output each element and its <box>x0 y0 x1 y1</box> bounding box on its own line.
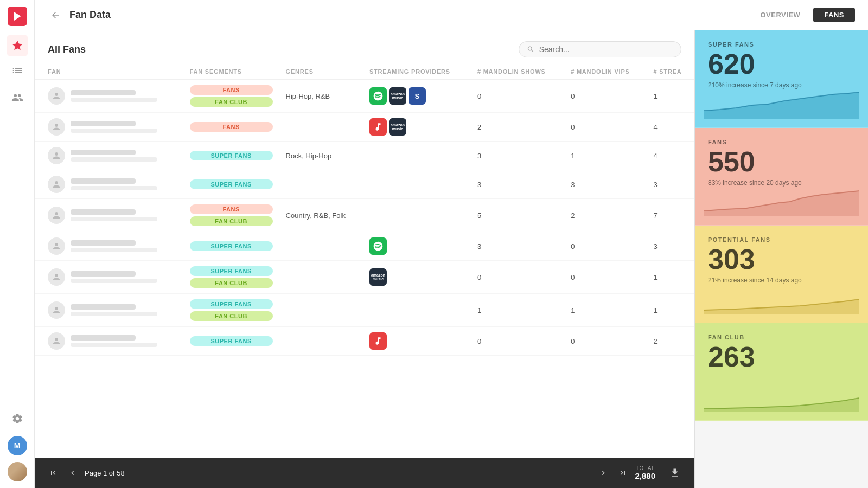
fan-streaming <box>363 170 471 199</box>
fan-genres <box>279 261 363 294</box>
tab-fans[interactable]: FANS <box>813 8 855 22</box>
page-next-button[interactable] <box>596 465 611 480</box>
tab-overview[interactable]: OVERVIEW <box>749 8 811 22</box>
fan-badge: FAN CLUB <box>190 97 273 107</box>
header-tabs: OVERVIEW FANS <box>749 8 855 22</box>
sidebar-item-users[interactable] <box>7 87 28 108</box>
fan-cell <box>35 199 183 232</box>
fan-streaming <box>363 142 471 170</box>
table-row[interactable]: SUPER FANS333 <box>35 170 694 199</box>
fan-streaming: amazonmusicS <box>363 80 471 113</box>
search-box[interactable] <box>519 41 681 57</box>
page-title: Fan Data <box>69 9 743 21</box>
fan-email <box>71 129 157 133</box>
fan-name <box>71 121 136 126</box>
col-streams: # STREA <box>647 64 694 80</box>
fan-avatar <box>48 268 65 286</box>
fan-badge: FANS <box>190 85 273 95</box>
fan-cell <box>35 142 183 170</box>
fan-email <box>71 279 157 283</box>
fan-streams: 3 <box>647 170 694 199</box>
stat-chart <box>704 89 859 119</box>
page-prev-button[interactable] <box>65 465 80 480</box>
fan-badges: FANS <box>183 113 279 142</box>
fan-shows: 3 <box>471 170 564 199</box>
stat-chart <box>704 187 859 216</box>
fan-badge: SUPER FANS <box>190 179 273 189</box>
user-avatar-photo[interactable] <box>8 462 27 481</box>
stat-chart <box>704 284 859 314</box>
fan-shows: 0 <box>471 327 564 356</box>
col-shows: # MANDOLIN SHOWS <box>471 64 564 80</box>
fans-table-container[interactable]: FAN FAN SEGMENTS GENRES STREAMING PROVID… <box>35 64 694 458</box>
fan-email <box>71 343 157 347</box>
stat-label: FANS <box>708 139 855 145</box>
fan-cell <box>35 294 183 327</box>
fan-email <box>71 312 157 316</box>
fan-genres: Rock, Hip-Hop <box>279 142 363 170</box>
fan-shows: 3 <box>471 142 564 170</box>
app-logo[interactable] <box>8 7 27 26</box>
fan-name <box>71 304 136 310</box>
fan-vips: 2 <box>564 199 647 232</box>
fan-streams: 1 <box>647 294 694 327</box>
stat-change: 21% increase since 14 days ago <box>708 277 855 284</box>
fan-badges: FANSFAN CLUB <box>183 199 279 232</box>
table-row[interactable]: SUPER FANSFAN CLUB111 <box>35 294 694 327</box>
table-row[interactable]: FANSFAN CLUBHip-Hop, R&BamazonmusicS001 <box>35 80 694 113</box>
stat-number: 303 <box>708 245 855 273</box>
streaming-icon-amazon: amazonmusic <box>389 87 406 105</box>
table-header-bar: All Fans <box>35 30 694 64</box>
stat-card-potential_fans: POTENTIAL FANS 303 21% increase since 14… <box>695 226 868 323</box>
stat-change: 210% increase since 7 days ago <box>708 81 855 89</box>
table-row[interactable]: SUPER FANSFAN CLUBamazonmusic001 <box>35 261 694 294</box>
table-row[interactable]: SUPER FANS002 <box>35 327 694 356</box>
fan-shows: 2 <box>471 113 564 142</box>
table-row[interactable]: FANSFAN CLUBCountry, R&B, Folk527 <box>35 199 694 232</box>
fan-avatar <box>48 207 65 224</box>
sidebar: M <box>0 0 35 488</box>
fan-avatar <box>48 301 65 319</box>
fan-avatar <box>48 332 65 350</box>
fans-table: FAN FAN SEGMENTS GENRES STREAMING PROVID… <box>35 64 694 356</box>
back-button[interactable] <box>48 8 63 23</box>
fan-vips: 0 <box>564 232 647 261</box>
stat-change: 83% increase since 20 days ago <box>708 179 855 187</box>
fan-vips: 3 <box>564 170 647 199</box>
download-button[interactable] <box>666 464 684 481</box>
total-value: 2,880 <box>635 471 655 480</box>
page-last-button[interactable] <box>615 465 630 480</box>
fan-genres <box>279 294 363 327</box>
fan-badges: SUPER FANS <box>183 170 279 199</box>
sidebar-settings[interactable] <box>7 408 28 429</box>
table-row[interactable]: SUPER FANSRock, Hip-Hop314 <box>35 142 694 170</box>
stat-number: 550 <box>708 147 855 176</box>
fan-shows: 0 <box>471 80 564 113</box>
total-label: TOTAL <box>636 465 655 471</box>
fan-email <box>71 157 157 162</box>
streaming-icon-spotify <box>369 237 387 255</box>
sidebar-item-star[interactable] <box>7 35 28 56</box>
fan-avatar <box>48 147 65 164</box>
streaming-icon-spotify <box>369 87 387 105</box>
page-info: Page 1 of 58 <box>85 469 591 477</box>
sidebar-item-list[interactable] <box>7 61 28 82</box>
search-icon <box>527 45 535 54</box>
fan-streaming <box>363 199 471 232</box>
search-input[interactable] <box>539 45 673 54</box>
main-wrapper: Fan Data OVERVIEW FANS All Fans FAN <box>35 0 868 488</box>
stat-number: 263 <box>708 343 855 371</box>
right-panel: SUPER FANS 620 210% increase since 7 day… <box>694 30 868 488</box>
page-first-button[interactable] <box>46 465 61 480</box>
fan-badge: FANS <box>190 204 273 214</box>
table-row[interactable]: FANSamazonmusic204 <box>35 113 694 142</box>
fan-name <box>71 150 136 155</box>
fan-vips: 1 <box>564 294 647 327</box>
table-row[interactable]: SUPER FANS303 <box>35 232 694 261</box>
fan-name <box>71 271 136 277</box>
fan-genres: Country, R&B, Folk <box>279 199 363 232</box>
col-vips: # MANDOLIN VIPS <box>564 64 647 80</box>
user-avatar-m[interactable]: M <box>8 436 27 455</box>
stat-number: 620 <box>708 50 855 78</box>
fan-streams: 4 <box>647 142 694 170</box>
